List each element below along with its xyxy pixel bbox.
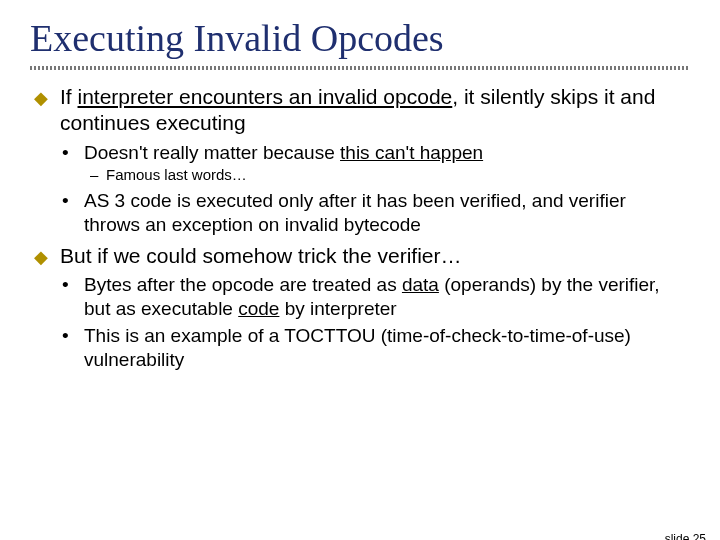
dash-icon: – bbox=[90, 166, 98, 185]
dot-icon: • bbox=[62, 324, 69, 348]
title-rule bbox=[30, 66, 690, 70]
bullet-2b-text: This is an example of a TOCTTOU (time-of… bbox=[84, 325, 631, 370]
bullet-1: ◆ If interpreter encounters an invalid o… bbox=[34, 84, 686, 137]
bullet-2: ◆ But if we could somehow trick the veri… bbox=[34, 243, 686, 269]
slide-number: slide 25 bbox=[665, 532, 706, 540]
bullet-1a-underline: this can't happen bbox=[340, 142, 483, 163]
bullet-2a-u2: code bbox=[238, 298, 279, 319]
bullet-2a-u1: data bbox=[402, 274, 439, 295]
bullet-1a1: – Famous last words… bbox=[90, 166, 686, 185]
bullet-1a1-text: Famous last words… bbox=[106, 166, 247, 183]
slide: Executing Invalid Opcodes ◆ If interpret… bbox=[0, 16, 720, 540]
dot-icon: • bbox=[62, 141, 69, 165]
bullet-1b: • AS 3 code is executed only after it ha… bbox=[62, 189, 686, 237]
bullet-2a-pre: Bytes after the opcode are treated as bbox=[84, 274, 402, 295]
bullet-1a-pre: Doesn't really matter because bbox=[84, 142, 340, 163]
bullet-1-underline: interpreter encounters an invalid opcode bbox=[78, 85, 453, 108]
dot-icon: • bbox=[62, 273, 69, 297]
bullet-2-text: But if we could somehow trick the verifi… bbox=[60, 244, 461, 267]
slide-content: ◆ If interpreter encounters an invalid o… bbox=[34, 84, 686, 372]
diamond-icon: ◆ bbox=[34, 246, 48, 269]
bullet-1b-text: AS 3 code is executed only after it has … bbox=[84, 190, 626, 235]
dot-icon: • bbox=[62, 189, 69, 213]
bullet-2b: • This is an example of a TOCTTOU (time-… bbox=[62, 324, 686, 372]
bullet-2a-post: by interpreter bbox=[279, 298, 396, 319]
bullet-2a: • Bytes after the opcode are treated as … bbox=[62, 273, 686, 321]
bullet-1a: • Doesn't really matter because this can… bbox=[62, 141, 686, 165]
diamond-icon: ◆ bbox=[34, 87, 48, 110]
slide-title: Executing Invalid Opcodes bbox=[30, 16, 720, 60]
bullet-1-pre: If bbox=[60, 85, 78, 108]
